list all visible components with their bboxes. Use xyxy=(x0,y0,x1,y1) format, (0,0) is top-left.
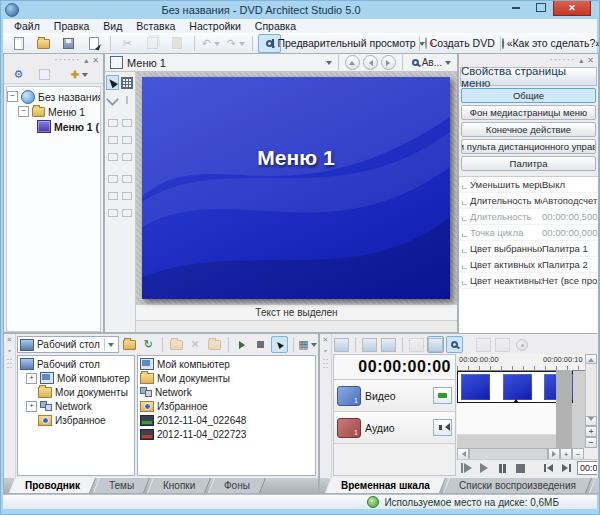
menu-view[interactable]: Вид xyxy=(96,20,129,32)
new-folder-button[interactable] xyxy=(168,336,185,353)
menu-file[interactable]: Файл xyxy=(7,20,47,32)
file-item[interactable]: 2012-11-04_022648 xyxy=(138,413,315,427)
save-media-button[interactable] xyxy=(494,336,511,353)
cursor-timecode-field[interactable]: 00:00:00 xyxy=(577,461,597,475)
property-value[interactable]: Палитра 1 xyxy=(542,243,598,254)
tree-node-favorites[interactable]: Избранное xyxy=(18,413,134,427)
delete-file-button[interactable]: ✕ xyxy=(187,336,204,353)
nav-forward-button[interactable] xyxy=(381,55,396,70)
address-dropdown-button[interactable] xyxy=(104,338,118,351)
scene-selection-button[interactable] xyxy=(380,336,397,353)
menu-title-text[interactable]: Меню 1 xyxy=(142,146,450,170)
menu-options[interactable]: Настройки xyxy=(182,20,248,32)
video-display-button[interactable] xyxy=(433,387,452,404)
file-item[interactable]: Мои документы xyxy=(138,371,315,385)
chapter-tool-button[interactable] xyxy=(333,336,350,353)
tab-explorer[interactable]: Проводник xyxy=(9,478,96,493)
file-item[interactable]: 2012-11-04_022723 xyxy=(138,427,315,441)
zoom-selector[interactable]: Ав... xyxy=(409,57,454,68)
views-button[interactable]: ▦ xyxy=(299,336,316,353)
properties-button[interactable] xyxy=(82,34,105,53)
maximize-button[interactable] xyxy=(528,1,553,14)
menu-insert[interactable]: Вставка xyxy=(129,20,182,32)
file-item[interactable]: Избранное xyxy=(138,399,315,413)
undo-button[interactable]: ↶ xyxy=(199,34,222,53)
align-bottom-button[interactable] xyxy=(121,149,135,164)
tree-node-documents[interactable]: Мои документы xyxy=(18,385,134,399)
tree-node-desktop[interactable]: Рабочий стол xyxy=(18,357,134,371)
preview-button[interactable]: Предварительный просмотр xyxy=(283,34,414,53)
distribute-h-button[interactable] xyxy=(121,132,135,147)
redo-button[interactable]: ↷ xyxy=(224,34,247,53)
tree-node-computer[interactable]: + Мой компьютер xyxy=(18,371,134,385)
tab-themes[interactable]: Темы xyxy=(93,478,150,493)
align-left-button[interactable] xyxy=(106,115,120,130)
align-center-v-button[interactable] xyxy=(106,132,120,147)
go-to-start-button[interactable] xyxy=(541,462,555,475)
burn-button[interactable] xyxy=(513,336,530,353)
dock-close-button[interactable]: ✕ xyxy=(92,56,99,65)
timeline-tracks-area[interactable]: 00:00:00:00 00:00:00:10 xyxy=(457,354,588,448)
fit-width-button[interactable] xyxy=(106,205,120,220)
auto-preview-toggle[interactable] xyxy=(446,336,463,353)
tree-node-menu-page[interactable]: Меню 1 ( xyxy=(7,119,100,134)
up-folder-button[interactable] xyxy=(121,336,138,353)
tree-node-network[interactable]: + Network xyxy=(18,399,134,413)
dock-grip[interactable]: ······ xyxy=(549,57,575,63)
dock-collapse-button[interactable]: ▴ xyxy=(84,56,88,65)
property-value[interactable]: Палитра 2 xyxy=(542,259,598,270)
menu-selector-dropdown-icon[interactable] xyxy=(326,61,332,68)
property-row[interactable]: Цвет выбранных к... Палитра 1 xyxy=(459,241,598,257)
close-button[interactable]: ✕ xyxy=(553,1,591,16)
play-media-button[interactable] xyxy=(233,336,250,353)
tool-grid[interactable] xyxy=(120,75,134,90)
property-value[interactable]: 00:00:00,500 xyxy=(542,211,598,222)
align-right-button[interactable] xyxy=(106,149,120,164)
copy-button[interactable] xyxy=(141,34,164,53)
minimize-button[interactable] xyxy=(503,1,528,14)
scroll-down-button[interactable] xyxy=(585,416,597,426)
trim-button[interactable] xyxy=(408,336,425,353)
play-from-start-button[interactable] xyxy=(459,462,473,475)
property-value[interactable]: Выкл xyxy=(542,179,598,190)
save-button[interactable] xyxy=(57,34,80,53)
new-project-button[interactable] xyxy=(7,34,30,53)
same-height-button[interactable] xyxy=(121,171,135,186)
howto-button[interactable]: «Как это сделать?» xyxy=(506,34,597,53)
tool-select[interactable] xyxy=(106,75,119,90)
dock-grip[interactable]: ······ xyxy=(7,357,13,369)
nav-up-button[interactable] xyxy=(345,55,360,70)
tab-buttons[interactable]: Кнопки xyxy=(147,478,211,493)
properties-tab-palette[interactable]: Палитра xyxy=(461,156,596,171)
dock-pin-button[interactable]: ▪ xyxy=(324,347,326,354)
video-clip-thumbnail[interactable] xyxy=(461,374,490,400)
same-width-button[interactable] xyxy=(106,171,120,186)
property-value[interactable]: 00:00:00,000 xyxy=(542,227,598,238)
timeline-ruler[interactable]: 00:00:00:00 00:00:00:10 xyxy=(457,354,588,371)
tab-timeline[interactable]: Временная шкала xyxy=(325,478,446,493)
audio-track-header[interactable]: 1 Аудио xyxy=(334,412,455,444)
align-top-button[interactable] xyxy=(121,115,135,130)
menu-help[interactable]: Справка xyxy=(248,20,303,32)
property-row[interactable]: Длительность 00:00:00,500 xyxy=(459,209,598,225)
insert-marker-button[interactable] xyxy=(361,336,378,353)
make-dvd-button[interactable]: Создать DVD xyxy=(424,34,495,53)
property-value[interactable]: Автоподсчет xyxy=(542,195,598,206)
menu-selector-combo[interactable]: Меню 1 xyxy=(108,55,323,70)
auto-preview-toggle[interactable] xyxy=(271,336,288,353)
go-to-end-button[interactable] xyxy=(559,462,573,475)
dock-grip[interactable]: ······ xyxy=(54,57,80,63)
open-button[interactable] xyxy=(32,34,55,53)
center-v-button[interactable] xyxy=(121,188,135,203)
menu-edit[interactable]: Правка xyxy=(47,20,96,32)
loop-point-marker[interactable] xyxy=(513,396,519,403)
property-row[interactable]: Цвет активных кн... Палитра 2 xyxy=(459,257,598,273)
center-h-button[interactable] xyxy=(106,188,120,203)
cut-button[interactable]: ✂ xyxy=(116,34,139,53)
snap-to-grid-toggle[interactable] xyxy=(427,336,444,353)
button-object-button[interactable] xyxy=(33,65,56,84)
expand-icon[interactable]: + xyxy=(26,373,37,384)
dock-close-button[interactable]: ✕ xyxy=(587,56,594,65)
pause-button[interactable] xyxy=(495,462,509,475)
nav-back-button[interactable] xyxy=(363,55,378,70)
